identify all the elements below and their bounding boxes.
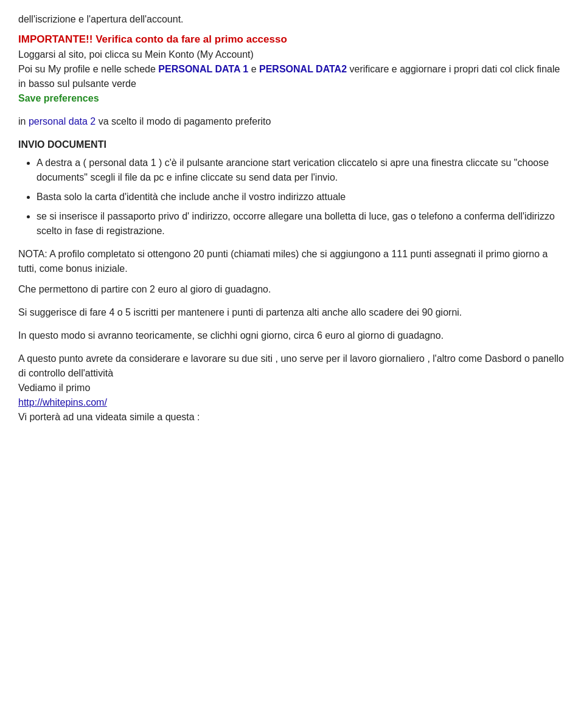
- whitepins-url[interactable]: http://whitepins.com/: [18, 397, 107, 407]
- modo-section: In questo modo si avranno teoricamente, …: [18, 328, 566, 343]
- vediamo-line: Vediamo il primo: [18, 381, 566, 395]
- para-euro: Che permettono di partire con 2 euro al …: [18, 282, 566, 297]
- save-preferences-text[interactable]: Save preferences: [18, 93, 99, 103]
- list-item-3: se si inserisce il passaporto privo d' i…: [36, 209, 566, 238]
- suggerisce-section: Si suggerisce di fare 4 o 5 iscritti per…: [18, 305, 566, 320]
- invio-heading: INVIO DOCUMENTI: [18, 137, 566, 152]
- page-container: dell'iscrizione e l'apertura dell'accoun…: [18, 12, 566, 425]
- paragraph1-line2: Poi su My profile e nelle schede PERSONA…: [18, 62, 566, 91]
- personal-data2-link[interactable]: personal data 2: [29, 116, 96, 127]
- personal-data2-label: PERSONAL DATA2: [259, 64, 347, 74]
- personal-data1-label: PERSONAL DATA 1: [158, 64, 248, 74]
- para-punto: A questo punto avrete da considerare e l…: [18, 352, 566, 381]
- important-section: IMPORTANTE!! Verifica conto da fare al p…: [18, 32, 566, 106]
- personal-data2-paragraph: in personal data 2 va scelto il modo di …: [18, 114, 566, 129]
- invio-section: INVIO DOCUMENTI A destra a ( personal da…: [18, 137, 566, 238]
- save-preferences-line[interactable]: Save preferences: [18, 91, 566, 106]
- paragraph2-rest: va scelto il modo di pagamento preferito: [96, 116, 271, 127]
- list-item-2: Basta solo la carta d'identità che inclu…: [36, 190, 566, 204]
- punto-section: A questo punto avrete da considerare e l…: [18, 352, 566, 425]
- important-heading-line: IMPORTANTE!! Verifica conto da fare al p…: [18, 32, 566, 47]
- important-exclamation: IMPORTANTE!!: [18, 33, 92, 45]
- paragraph2-intro: in: [18, 116, 29, 127]
- personal-data2-section: in personal data 2 va scelto il modo di …: [18, 114, 566, 129]
- url-line[interactable]: http://whitepins.com/: [18, 395, 566, 410]
- para-modo: In questo modo si avranno teoricamente, …: [18, 328, 566, 343]
- paragraph1-line1: Loggarsi al sito, poi clicca su Mein Kon…: [18, 47, 566, 62]
- paragraph1-part2: Poi su My profile e nelle schede: [18, 64, 158, 74]
- nota-block: NOTA: A profilo completato si ottengono …: [18, 247, 566, 276]
- euro-section: Che permettono di partire con 2 euro al …: [18, 282, 566, 297]
- intro-line: dell'iscrizione e l'apertura dell'accoun…: [18, 12, 566, 27]
- list-item-1: A destra a ( personal data 1 ) c'è il pu…: [36, 156, 566, 185]
- final-line: Vi porterà ad una videata simile a quest…: [18, 410, 566, 425]
- para-suggerisce: Si suggerisce di fare 4 o 5 iscritti per…: [18, 305, 566, 320]
- paragraph1-part3: e: [248, 64, 259, 74]
- important-subheading: Verifica conto da fare al primo accesso: [92, 33, 287, 45]
- invio-list: A destra a ( personal data 1 ) c'è il pu…: [36, 156, 566, 238]
- nota-text: NOTA: A profilo completato si ottengono …: [18, 247, 566, 276]
